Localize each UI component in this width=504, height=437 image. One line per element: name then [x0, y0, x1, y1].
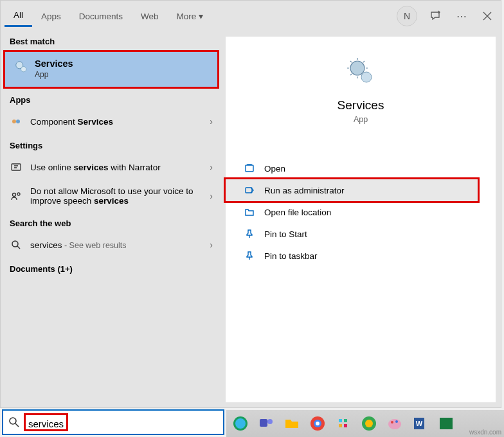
taskbar-teams[interactable]: [256, 413, 276, 434]
tabs-bar: All Apps Documents Web More▾ N ⋯: [1, 1, 501, 30]
svg-point-27: [391, 421, 393, 424]
pin-taskbar-icon: [244, 250, 255, 262]
taskbar-chrome[interactable]: [307, 413, 328, 434]
svg-rect-22: [339, 424, 342, 427]
svg-rect-4: [12, 164, 21, 170]
tab-documents[interactable]: Documents: [70, 5, 132, 26]
taskbar-edge[interactable]: [230, 413, 251, 434]
action-pin-to-start[interactable]: Pin to Start: [226, 223, 496, 245]
feedback-icon[interactable]: [429, 9, 443, 23]
action-run-as-administrator[interactable]: Run as administrator: [226, 179, 478, 201]
svg-rect-23: [344, 424, 347, 427]
svg-rect-15: [260, 419, 267, 427]
tab-web[interactable]: Web: [132, 5, 168, 26]
svg-rect-10: [246, 165, 253, 172]
svg-point-6: [17, 193, 20, 195]
svg-point-25: [365, 420, 373, 427]
close-icon[interactable]: [480, 9, 494, 23]
action-open[interactable]: Open: [226, 157, 496, 179]
folder-icon: [244, 206, 255, 218]
services-icon: [14, 60, 28, 74]
tab-all[interactable]: All: [4, 4, 32, 27]
taskbar-paint[interactable]: [384, 413, 405, 434]
web-item-services[interactable]: services - See web results ›: [1, 232, 222, 258]
best-match-subtitle: App: [35, 70, 208, 79]
avatar[interactable]: N: [397, 6, 417, 26]
label-search-web: Search the web: [1, 212, 222, 232]
svg-point-16: [267, 419, 273, 424]
svg-point-12: [10, 418, 16, 424]
watermark: wsxdn.com: [469, 429, 501, 436]
chevron-right-icon: ›: [210, 240, 213, 250]
hero-subtitle: App: [226, 115, 496, 124]
svg-point-9: [361, 72, 372, 82]
svg-point-7: [12, 241, 18, 247]
label-documents: Documents (1+): [1, 258, 222, 278]
tab-apps[interactable]: Apps: [32, 5, 70, 26]
svg-point-1: [21, 67, 26, 72]
taskbar: W: [226, 410, 504, 437]
chevron-right-icon: ›: [210, 116, 213, 127]
action-pin-to-taskbar[interactable]: Pin to taskbar: [226, 245, 496, 267]
chevron-down-icon: ▾: [199, 11, 203, 21]
taskbar-bt[interactable]: [436, 413, 456, 434]
search-icon: [10, 238, 22, 251]
svg-point-3: [16, 120, 20, 123]
component-icon: [10, 115, 22, 128]
search-bar[interactable]: services: [2, 409, 224, 435]
svg-point-8: [350, 61, 364, 75]
taskbar-explorer[interactable]: [282, 413, 302, 434]
best-match-title: Services: [35, 58, 208, 69]
svg-rect-20: [339, 419, 342, 422]
admin-icon: [244, 184, 255, 196]
chevron-right-icon: ›: [210, 191, 213, 201]
hero-title: Services: [226, 98, 496, 112]
svg-rect-31: [440, 418, 453, 429]
svg-point-14: [235, 418, 246, 429]
chevron-right-icon: ›: [210, 162, 213, 172]
svg-point-28: [395, 420, 398, 423]
settings-item-narrator[interactable]: Use online services with Narrator ›: [1, 154, 222, 180]
speech-icon: [10, 190, 22, 202]
options-icon[interactable]: ⋯: [455, 9, 469, 23]
svg-point-2: [12, 120, 16, 123]
taskbar-word[interactable]: W: [410, 413, 431, 434]
open-icon: [244, 163, 255, 174]
search-icon: [8, 416, 20, 428]
action-open-file-location[interactable]: Open file location: [226, 201, 496, 223]
svg-point-5: [13, 193, 16, 197]
services-hero-icon: [345, 56, 376, 87]
label-settings: Settings: [1, 134, 222, 154]
svg-point-26: [388, 419, 401, 429]
label-apps: Apps: [1, 89, 222, 109]
label-best-match: Best match: [1, 30, 222, 50]
tab-more[interactable]: More▾: [168, 4, 213, 26]
narrator-icon: [10, 161, 22, 174]
svg-point-19: [316, 422, 320, 425]
taskbar-slack[interactable]: [333, 413, 354, 434]
svg-text:W: W: [416, 420, 423, 427]
svg-rect-21: [344, 419, 347, 422]
apps-item-component-services[interactable]: Component Services ›: [1, 109, 222, 134]
settings-item-speech[interactable]: Do not allow Microsoft to use your voice…: [1, 180, 222, 212]
best-match-item[interactable]: Services App: [3, 50, 219, 89]
search-input[interactable]: services: [24, 413, 68, 431]
taskbar-chrome2[interactable]: [359, 413, 379, 434]
pin-start-icon: [244, 228, 255, 240]
